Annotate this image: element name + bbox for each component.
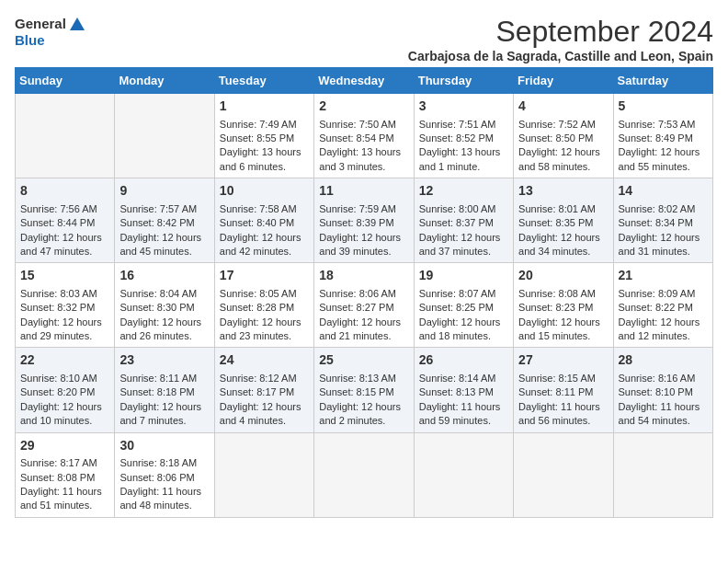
- header: General Blue September 2024 Carbajosa de…: [15, 15, 713, 63]
- sunrise-text: Sunrise: 7:56 AM: [20, 202, 109, 216]
- table-row: 17Sunrise: 8:05 AMSunset: 8:28 PMDayligh…: [214, 263, 313, 348]
- sunrise-text: Sunrise: 7:53 AM: [619, 118, 708, 132]
- sunrise-text: Sunrise: 7:57 AM: [119, 202, 209, 216]
- sunrise-text: Sunrise: 7:52 AM: [518, 118, 608, 132]
- daylight-text: Daylight: 12 hours and 45 minutes.: [119, 231, 209, 259]
- table-row: 16Sunrise: 8:04 AMSunset: 8:30 PMDayligh…: [115, 263, 214, 348]
- sunset-text: Sunset: 8:23 PM: [518, 301, 608, 315]
- daylight-text: Daylight: 12 hours and 12 minutes.: [619, 316, 708, 344]
- col-sunday: Sunday: [16, 68, 115, 94]
- col-thursday: Thursday: [414, 68, 513, 94]
- table-row: 23Sunrise: 8:11 AMSunset: 8:18 PMDayligh…: [115, 348, 214, 432]
- logo-chevron-icon: [68, 15, 86, 33]
- table-row: 9Sunrise: 7:57 AMSunset: 8:42 PMDaylight…: [115, 178, 214, 263]
- day-number: 15: [20, 267, 109, 285]
- sunrise-text: Sunrise: 7:58 AM: [220, 202, 309, 216]
- sunset-text: Sunset: 8:15 PM: [319, 385, 408, 399]
- sunrise-text: Sunrise: 8:12 AM: [220, 372, 309, 385]
- sunset-text: Sunset: 8:37 PM: [419, 216, 508, 230]
- table-row: 26Sunrise: 8:14 AMSunset: 8:13 PMDayligh…: [414, 348, 513, 432]
- sunrise-text: Sunrise: 8:05 AM: [220, 287, 309, 301]
- col-tuesday: Tuesday: [214, 68, 313, 94]
- day-number: 25: [319, 351, 408, 370]
- table-row: 3Sunrise: 7:51 AMSunset: 8:52 PMDaylight…: [414, 94, 513, 178]
- day-number: 5: [619, 98, 708, 116]
- sunrise-text: Sunrise: 8:17 AM: [20, 456, 109, 470]
- calendar-row: 22Sunrise: 8:10 AMSunset: 8:20 PMDayligh…: [16, 348, 713, 432]
- table-row: [16, 94, 115, 178]
- daylight-text: Daylight: 12 hours and 7 minutes.: [119, 400, 209, 429]
- table-row: 1Sunrise: 7:49 AMSunset: 8:55 PMDaylight…: [214, 94, 313, 178]
- sunrise-text: Sunrise: 8:15 AM: [518, 372, 608, 385]
- sunset-text: Sunset: 8:30 PM: [119, 301, 209, 315]
- sunrise-text: Sunrise: 8:02 AM: [619, 202, 708, 216]
- calendar-body: 1Sunrise: 7:49 AMSunset: 8:55 PMDaylight…: [16, 94, 713, 518]
- sunrise-text: Sunrise: 8:10 AM: [20, 372, 109, 385]
- day-number: 20: [518, 267, 608, 285]
- sunset-text: Sunset: 8:32 PM: [20, 301, 109, 315]
- day-number: 22: [20, 351, 109, 370]
- page-title: September 2024: [408, 15, 713, 49]
- table-row: [514, 432, 613, 517]
- table-row: 20Sunrise: 8:08 AMSunset: 8:23 PMDayligh…: [514, 263, 613, 348]
- day-number: 21: [619, 267, 708, 285]
- sunset-text: Sunset: 8:25 PM: [419, 301, 508, 315]
- sunset-text: Sunset: 8:54 PM: [319, 132, 408, 145]
- day-number: 18: [319, 267, 408, 285]
- sunrise-text: Sunrise: 8:09 AM: [619, 287, 708, 301]
- sunrise-text: Sunrise: 8:08 AM: [518, 287, 608, 301]
- day-number: 23: [119, 351, 209, 370]
- table-row: 18Sunrise: 8:06 AMSunset: 8:27 PMDayligh…: [314, 263, 414, 348]
- day-number: 9: [119, 182, 209, 201]
- table-row: 19Sunrise: 8:07 AMSunset: 8:25 PMDayligh…: [414, 263, 513, 348]
- title-area: September 2024 Carbajosa de la Sagrada, …: [408, 15, 713, 63]
- sunrise-text: Sunrise: 8:18 AM: [119, 456, 209, 470]
- sunrise-text: Sunrise: 8:11 AM: [119, 372, 209, 385]
- sunrise-text: Sunrise: 8:14 AM: [419, 372, 508, 385]
- sunset-text: Sunset: 8:50 PM: [518, 132, 608, 145]
- sunset-text: Sunset: 8:49 PM: [619, 132, 708, 145]
- daylight-text: Daylight: 12 hours and 42 minutes.: [220, 231, 309, 259]
- col-saturday: Saturday: [613, 68, 712, 94]
- day-number: 3: [419, 98, 508, 116]
- daylight-text: Daylight: 12 hours and 58 minutes.: [518, 145, 608, 174]
- table-row: 22Sunrise: 8:10 AMSunset: 8:20 PMDayligh…: [16, 348, 115, 432]
- sunrise-text: Sunrise: 8:03 AM: [20, 287, 109, 301]
- sunset-text: Sunset: 8:13 PM: [419, 385, 508, 399]
- page-subtitle: Carbajosa de la Sagrada, Castille and Le…: [408, 49, 713, 63]
- daylight-text: Daylight: 12 hours and 10 minutes.: [20, 400, 109, 429]
- calendar-row: 8Sunrise: 7:56 AMSunset: 8:44 PMDaylight…: [16, 178, 713, 263]
- daylight-text: Daylight: 12 hours and 2 minutes.: [319, 400, 408, 429]
- table-row: 11Sunrise: 7:59 AMSunset: 8:39 PMDayligh…: [314, 178, 414, 263]
- daylight-text: Daylight: 11 hours and 48 minutes.: [119, 485, 209, 513]
- daylight-text: Daylight: 12 hours and 37 minutes.: [419, 231, 508, 259]
- day-number: 10: [220, 182, 309, 201]
- day-number: 4: [518, 98, 608, 116]
- col-monday: Monday: [115, 68, 214, 94]
- day-number: 12: [419, 182, 508, 201]
- sunrise-text: Sunrise: 8:06 AM: [319, 287, 408, 301]
- calendar-table: Sunday Monday Tuesday Wednesday Thursday…: [15, 67, 713, 518]
- day-number: 11: [319, 182, 408, 201]
- sunset-text: Sunset: 8:42 PM: [119, 216, 209, 230]
- table-row: 21Sunrise: 8:09 AMSunset: 8:22 PMDayligh…: [613, 263, 712, 348]
- table-row: [414, 432, 513, 517]
- sunrise-text: Sunrise: 7:50 AM: [319, 118, 408, 132]
- calendar-row: 1Sunrise: 7:49 AMSunset: 8:55 PMDaylight…: [16, 94, 713, 178]
- sunset-text: Sunset: 8:28 PM: [220, 301, 309, 315]
- daylight-text: Daylight: 12 hours and 18 minutes.: [419, 316, 508, 344]
- day-number: 28: [619, 351, 708, 370]
- sunrise-text: Sunrise: 8:13 AM: [319, 372, 408, 385]
- table-row: 27Sunrise: 8:15 AMSunset: 8:11 PMDayligh…: [514, 348, 613, 432]
- daylight-text: Daylight: 12 hours and 47 minutes.: [20, 231, 109, 259]
- sunset-text: Sunset: 8:18 PM: [119, 385, 209, 399]
- daylight-text: Daylight: 13 hours and 1 minute.: [419, 145, 508, 174]
- table-row: 28Sunrise: 8:16 AMSunset: 8:10 PMDayligh…: [613, 348, 712, 432]
- sunset-text: Sunset: 8:20 PM: [20, 385, 109, 399]
- svg-marker-0: [70, 17, 85, 30]
- day-number: 29: [20, 437, 109, 455]
- sunset-text: Sunset: 8:39 PM: [319, 216, 408, 230]
- sunset-text: Sunset: 8:08 PM: [20, 471, 109, 485]
- sunrise-text: Sunrise: 8:00 AM: [419, 202, 508, 216]
- table-row: [115, 94, 214, 178]
